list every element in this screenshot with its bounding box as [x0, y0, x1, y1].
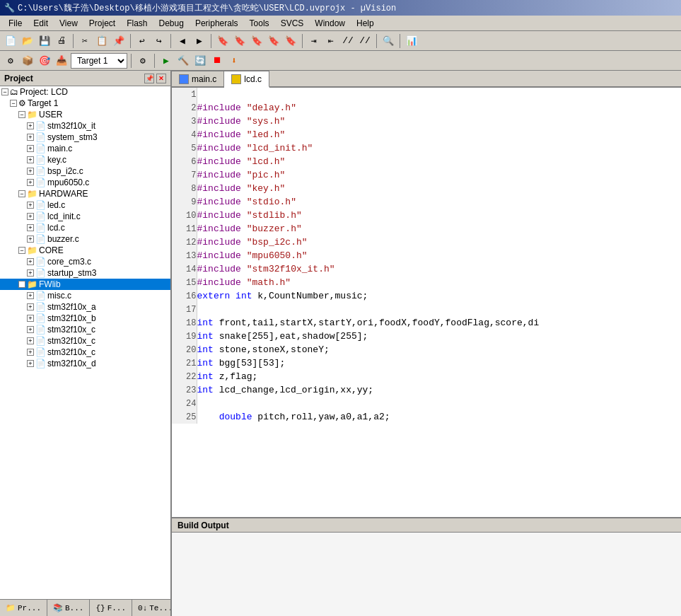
lcdinit-expand[interactable]: +	[27, 213, 34, 220]
line-code[interactable]: double pitch,roll,yaw,a0,a1,a2;	[197, 410, 681, 424]
line-code[interactable]: #include "lcd_init.h"	[197, 141, 681, 155]
stop-btn[interactable]: ⏹	[209, 53, 225, 69]
menu-project[interactable]: Project	[83, 17, 121, 30]
cut-btn[interactable]: ✂	[77, 33, 93, 49]
line-code[interactable]: #include "mpu6050.h"	[197, 249, 681, 262]
root-expand[interactable]: −	[1, 88, 8, 95]
menu-help[interactable]: Help	[351, 17, 380, 30]
proj-tab-books[interactable]: 📚 B...	[47, 600, 90, 616]
tree-file-key[interactable]: + 📄 key.c	[0, 154, 170, 165]
line-code[interactable]: #include "delay.h"	[197, 101, 681, 115]
bsp-expand[interactable]: +	[27, 168, 34, 175]
save-all-btn[interactable]: 🖨	[54, 33, 69, 49]
build-btn[interactable]: 🔨	[175, 53, 191, 69]
tab-lcd-c[interactable]: lcd.c	[224, 71, 269, 88]
target-dropdown[interactable]: Target 1	[71, 53, 127, 69]
proj-tab-project[interactable]: 📁 Pr...	[0, 600, 47, 616]
download-btn[interactable]: ⬇	[226, 53, 242, 69]
menu-view[interactable]: View	[54, 17, 83, 30]
tree-file-main[interactable]: + 📄 main.c	[0, 143, 170, 154]
find-btn[interactable]: 🔍	[380, 33, 396, 49]
system-expand[interactable]: +	[27, 134, 34, 141]
fw3-expand[interactable]: +	[27, 326, 34, 333]
tab-main-c[interactable]: main.c	[172, 71, 224, 86]
led-expand[interactable]: +	[27, 202, 34, 209]
startup-expand[interactable]: +	[27, 269, 34, 277]
bookmark4-btn[interactable]: 🔖	[266, 33, 281, 49]
fwlib-expand[interactable]: −	[18, 281, 25, 288]
proj-tab-func[interactable]: {} F...	[90, 600, 132, 616]
tree-root[interactable]: − 🗂 Project: LCD	[0, 86, 170, 98]
fw4-expand[interactable]: +	[27, 337, 34, 344]
indent-btn[interactable]: ⇥	[306, 33, 322, 49]
tree-file-buzzer[interactable]: + 📄 buzzer.c	[0, 233, 170, 245]
line-code[interactable]: #include "led.h"	[197, 128, 681, 141]
menu-file[interactable]: File	[3, 17, 28, 30]
copy-btn[interactable]: 💾	[37, 33, 52, 49]
nav-back-btn[interactable]: ◀	[175, 33, 190, 49]
line-code[interactable]: int z,flag;	[197, 370, 681, 383]
tree-fwlib-folder[interactable]: − 📁 FWlib	[0, 279, 170, 290]
line-code[interactable]: #include "sys.h"	[197, 115, 681, 128]
menu-peripherals[interactable]: Peripherals	[190, 17, 244, 30]
uncomment-btn[interactable]: //	[357, 33, 373, 49]
target-expand[interactable]: −	[10, 100, 17, 107]
tree-file-corecm3[interactable]: + 📄 core_cm3.c	[0, 256, 170, 267]
new-file-btn[interactable]: 📄	[3, 33, 18, 49]
bookmark3-btn[interactable]: 🔖	[249, 33, 264, 49]
tree-file-fw5[interactable]: + 📄 stm32f10x_c	[0, 347, 170, 358]
misc-expand[interactable]: +	[27, 292, 34, 299]
menu-flash[interactable]: Flash	[121, 17, 153, 30]
line-code[interactable]: #include "buzzer.h"	[197, 222, 681, 236]
tree-file-system[interactable]: + 📄 system_stm3	[0, 132, 170, 143]
menu-window[interactable]: Window	[309, 17, 351, 30]
corecm3-expand[interactable]: +	[27, 258, 34, 265]
menu-debug[interactable]: Debug	[153, 17, 190, 30]
fw2-expand[interactable]: +	[27, 315, 34, 322]
panel-close-btn[interactable]: ✕	[156, 74, 166, 83]
pkg-btn[interactable]: 📥	[54, 53, 69, 69]
line-code[interactable]	[197, 303, 681, 316]
key-expand[interactable]: +	[27, 156, 34, 163]
user-expand[interactable]: −	[18, 111, 25, 118]
fw1-expand[interactable]: +	[27, 303, 34, 310]
tree-file-mpu[interactable]: + 📄 mpu6050.c	[0, 177, 170, 188]
bookmark2-btn[interactable]: 🔖	[232, 33, 248, 49]
panel-pin-btn[interactable]: 📌	[144, 74, 154, 83]
nav-fwd-btn[interactable]: ▶	[192, 33, 207, 49]
tree-file-lcd[interactable]: + 📄 lcd.c	[0, 222, 170, 233]
tree-file-fw3[interactable]: + 📄 stm32f10x_c	[0, 324, 170, 335]
options-btn[interactable]: ⚙	[135, 53, 151, 69]
tree-file-fw2[interactable]: + 📄 stm32f10x_b	[0, 313, 170, 324]
compile-btn[interactable]: ▶	[158, 53, 174, 69]
tree-file-startup[interactable]: + 📄 startup_stm3	[0, 267, 170, 279]
line-code[interactable]: #include "stm32f10x_it.h"	[197, 262, 681, 276]
bookmark5-btn[interactable]: 🔖	[283, 33, 298, 49]
tree-file-fw1[interactable]: + 📄 stm32f10x_a	[0, 301, 170, 313]
stm32it-expand[interactable]: +	[27, 122, 34, 129]
tree-hw-folder[interactable]: − 📁 HARDWARE	[0, 188, 170, 199]
line-code[interactable]: #include "math.h"	[197, 276, 681, 289]
line-code[interactable]: int stone,stoneX,stoneY;	[197, 343, 681, 356]
line-code[interactable]	[197, 88, 681, 101]
fw6-expand[interactable]: +	[27, 360, 34, 367]
redo-btn[interactable]: ↪	[151, 33, 167, 49]
line-code[interactable]: #include "lcd.h"	[197, 155, 681, 168]
menu-svcs[interactable]: SVCS	[275, 17, 310, 30]
hw-expand[interactable]: −	[18, 190, 25, 197]
line-code[interactable]: int front,tail,startX,startY,ori,foodX,f…	[197, 316, 681, 330]
buzzer-expand[interactable]: +	[27, 236, 34, 243]
line-code[interactable]: int snake[255],eat,shadow[255];	[197, 330, 681, 343]
tree-file-fw4[interactable]: + 📄 stm32f10x_c	[0, 335, 170, 347]
line-code[interactable]: #include "bsp_i2c.h"	[197, 236, 681, 249]
proj-tab-template[interactable]: 0↓ Te...	[132, 600, 172, 616]
line-code[interactable]: #include "key.h"	[197, 182, 681, 195]
tree-user-folder[interactable]: − 📁 USER	[0, 109, 170, 120]
comment-btn[interactable]: //	[340, 33, 356, 49]
fw5-expand[interactable]: +	[27, 349, 34, 356]
line-code[interactable]: #include "stdio.h"	[197, 195, 681, 209]
target-btn[interactable]: 🎯	[37, 53, 52, 69]
copy2-btn[interactable]: 📋	[94, 33, 110, 49]
extra1-btn[interactable]: 📊	[404, 33, 419, 49]
tree-core-folder[interactable]: − 📁 CORE	[0, 245, 170, 256]
